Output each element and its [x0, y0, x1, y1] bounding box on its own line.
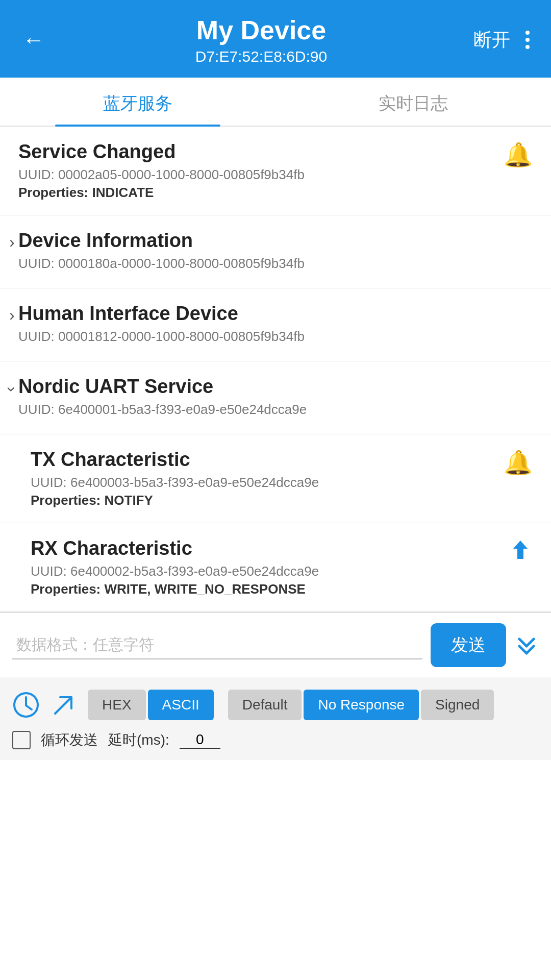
- device-information-name: Device Information: [18, 230, 305, 252]
- response-toggle-group: Default No Response Signed: [228, 690, 494, 720]
- nordic-uart-info: Nordic UART Service UUID: 6e400001-b5a3-…: [18, 376, 307, 420]
- device-information-uuid: UUID: 0000180a-0000-1000-8000-00805f9b34…: [18, 256, 305, 272]
- expand-down-icon[interactable]: [514, 633, 539, 657]
- service-changed-name: Service Changed: [18, 141, 305, 163]
- service-item-rx-characteristic[interactable]: RX Characteristic UUID: 6e400002-b5a3-f3…: [0, 523, 551, 612]
- bottom-toolbar: HEX ASCII Default No Response Signed 循环发…: [0, 677, 551, 760]
- device-mac: D7:E7:52:E8:6D:90: [49, 48, 473, 65]
- tx-characteristic-header: TX Characteristic UUID: 6e400003-b5a3-f3…: [31, 449, 533, 508]
- nordic-uart-name: Nordic UART Service: [18, 376, 307, 398]
- delay-label: 延时(ms):: [108, 730, 169, 750]
- service-item-device-information[interactable]: › Device Information UUID: 0000180a-0000…: [0, 215, 551, 288]
- tx-characteristic-properties: Properties: NOTIFY: [31, 493, 319, 508]
- svg-line-3: [26, 705, 32, 709]
- tx-characteristic-bell-icon[interactable]: 🔔: [504, 449, 533, 476]
- more-dot-1: [525, 31, 530, 35]
- human-interface-name: Human Interface Device: [18, 303, 305, 325]
- human-interface-uuid: UUID: 00001812-0000-1000-8000-00805f9b34…: [18, 329, 305, 345]
- toolbar-row1: HEX ASCII Default No Response Signed: [12, 690, 539, 720]
- hex-button[interactable]: HEX: [88, 690, 146, 720]
- service-item-human-interface[interactable]: › Human Interface Device UUID: 00001812-…: [0, 288, 551, 361]
- expand-human-interface-icon: ›: [9, 306, 15, 325]
- header-title-block: My Device D7:E7:52:E8:6D:90: [49, 14, 473, 65]
- send-input[interactable]: [12, 631, 422, 659]
- tx-characteristic-uuid: UUID: 6e400003-b5a3-f393-e0a9-e50e24dcca…: [31, 475, 319, 491]
- more-button[interactable]: [522, 29, 533, 51]
- encoding-toggle-group: HEX ASCII: [88, 690, 214, 720]
- more-dot-2: [525, 38, 530, 42]
- rx-characteristic-info: RX Characteristic UUID: 6e400002-b5a3-f3…: [31, 537, 319, 597]
- clock-icon[interactable]: [12, 691, 40, 719]
- no-response-button[interactable]: No Response: [304, 690, 419, 720]
- more-dot-3: [525, 45, 530, 49]
- loop-send-label: 循环发送: [41, 730, 98, 750]
- default-button[interactable]: Default: [228, 690, 302, 720]
- service-item-tx-characteristic[interactable]: TX Characteristic UUID: 6e400003-b5a3-f3…: [0, 434, 551, 523]
- tx-characteristic-name: TX Characteristic: [31, 449, 319, 471]
- service-list: Service Changed UUID: 00002a05-0000-1000…: [0, 127, 551, 612]
- svg-marker-0: [513, 541, 528, 559]
- expand-device-information-icon: ›: [9, 233, 15, 252]
- svg-line-4: [55, 697, 71, 714]
- device-information-info: Device Information UUID: 0000180a-0000-1…: [18, 230, 305, 274]
- service-changed-info: Service Changed UUID: 00002a05-0000-1000…: [18, 141, 305, 201]
- rx-characteristic-name: RX Characteristic: [31, 537, 319, 559]
- tab-bluetooth[interactable]: 蓝牙服务: [0, 78, 276, 126]
- rx-characteristic-header: RX Characteristic UUID: 6e400002-b5a3-f3…: [31, 537, 533, 597]
- rx-characteristic-upload-icon[interactable]: [508, 537, 533, 568]
- service-item-service-changed[interactable]: Service Changed UUID: 00002a05-0000-1000…: [0, 127, 551, 215]
- device-title: My Device: [49, 14, 473, 46]
- rx-characteristic-uuid: UUID: 6e400002-b5a3-f393-e0a9-e50e24dcca…: [31, 564, 319, 579]
- human-interface-info: Human Interface Device UUID: 00001812-00…: [18, 303, 305, 347]
- tx-characteristic-info: TX Characteristic UUID: 6e400003-b5a3-f3…: [31, 449, 319, 508]
- service-changed-header: Service Changed UUID: 00002a05-0000-1000…: [18, 141, 533, 201]
- delay-input[interactable]: [180, 731, 220, 749]
- device-information-header: Device Information UUID: 0000180a-0000-1…: [18, 230, 533, 274]
- header-actions: 断开: [473, 28, 533, 53]
- tab-log[interactable]: 实时日志: [276, 78, 551, 126]
- back-button[interactable]: ←: [18, 23, 49, 57]
- send-arrow-icon[interactable]: [50, 691, 78, 719]
- signed-button[interactable]: Signed: [421, 690, 494, 720]
- loop-send-checkbox[interactable]: [12, 731, 31, 749]
- service-changed-properties: Properties: INDICATE: [18, 185, 305, 201]
- nordic-uart-uuid: UUID: 6e400001-b5a3-f393-e0a9-e50e24dcca…: [18, 402, 307, 418]
- service-changed-bell-icon[interactable]: 🔔: [504, 141, 533, 168]
- disconnect-button[interactable]: 断开: [473, 28, 510, 53]
- nordic-uart-header: Nordic UART Service UUID: 6e400001-b5a3-…: [18, 376, 533, 420]
- send-button[interactable]: 发送: [431, 623, 506, 667]
- ascii-button[interactable]: ASCII: [148, 690, 214, 720]
- send-area: 发送: [0, 612, 551, 677]
- header: ← My Device D7:E7:52:E8:6D:90 断开: [0, 0, 551, 78]
- service-item-nordic-uart[interactable]: › Nordic UART Service UUID: 6e400001-b5a…: [0, 361, 551, 434]
- rx-characteristic-properties: Properties: WRITE, WRITE_NO_RESPONSE: [31, 581, 319, 597]
- tab-bar: 蓝牙服务 实时日志: [0, 78, 551, 127]
- expand-nordic-uart-icon: ›: [3, 387, 21, 393]
- human-interface-header: Human Interface Device UUID: 00001812-00…: [18, 303, 533, 347]
- service-changed-uuid: UUID: 00002a05-0000-1000-8000-00805f9b34…: [18, 167, 305, 183]
- toolbar-row2: 循环发送 延时(ms):: [12, 730, 539, 755]
- send-row: 发送: [12, 623, 539, 667]
